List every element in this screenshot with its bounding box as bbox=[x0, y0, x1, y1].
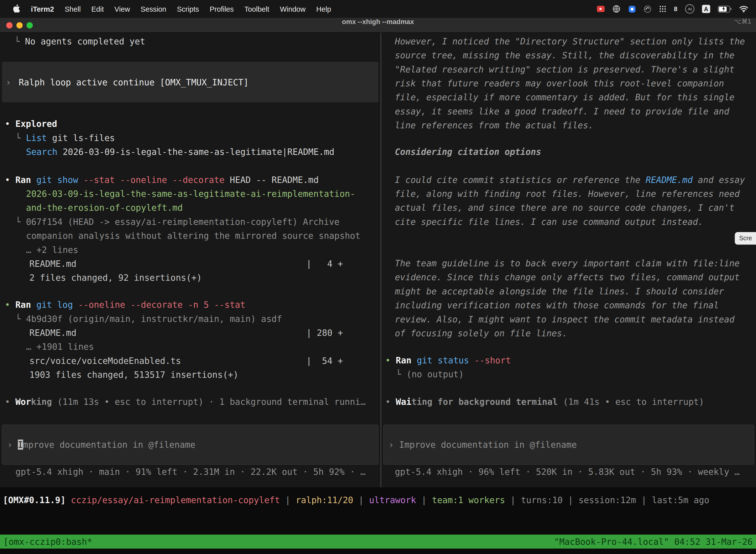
prompt-input[interactable]: ›Improve documentation in @filename bbox=[2, 425, 378, 465]
ran-git-show-section: •Rangit show--stat --oneline --decorateH… bbox=[0, 173, 380, 285]
tmux-status-bar[interactable]: [omx-cczip0:bash*"MacBook-Pro-44.local" … bbox=[0, 535, 756, 549]
model-status-line: gpt-5.4 xhigh · 96% left · 520K in · 5.8… bbox=[395, 465, 740, 479]
working-status: •Working(11m 13s • esc to interrupt)· 1 … bbox=[0, 395, 380, 408]
keyboard-layout-icon[interactable]: 8 bbox=[674, 5, 677, 12]
waiting-label-dim: ting for background terminal bbox=[412, 397, 558, 407]
bullet-glyph: • bbox=[5, 117, 10, 130]
wifi-icon[interactable] bbox=[739, 5, 748, 12]
battery-icon[interactable] bbox=[718, 5, 731, 12]
input-source-icon[interactable]: A bbox=[702, 5, 710, 13]
ran-git-log-section: •Rangit log--oneline --decorate -n 5 --s… bbox=[0, 297, 380, 382]
apple-menu[interactable] bbox=[8, 4, 25, 14]
text-cursor: I bbox=[18, 440, 23, 450]
ran-label: Ran bbox=[15, 297, 31, 312]
menu-item-session[interactable]: Session bbox=[135, 5, 172, 13]
tree-corner-glyph: └ bbox=[396, 367, 401, 381]
turns-counter: turns:10 bbox=[521, 493, 563, 507]
diffstat-line: src/voice/voiceModeEnabled.ts | 54 + bbox=[0, 354, 380, 368]
title-bar: omx --xhigh --madmax ⌥⌘1 bbox=[0, 18, 756, 33]
menu-item-window[interactable]: Window bbox=[274, 5, 311, 13]
thinking-paragraph: However, I noticed the "Directory Struct… bbox=[395, 34, 749, 132]
terminal-line: └No agents completed yet bbox=[0, 34, 380, 48]
thinking-text: I could cite commit statistics or refere… bbox=[395, 175, 646, 185]
apple-icon bbox=[13, 4, 20, 12]
right-terminal-pane[interactable]: However, I noticed the "Directory Struct… bbox=[381, 33, 756, 487]
menu-item-profiles[interactable]: Profiles bbox=[204, 5, 239, 13]
more-lines-note: … +2 lines bbox=[0, 243, 380, 257]
command-name: git status bbox=[417, 353, 469, 367]
pane-divider[interactable] bbox=[380, 33, 381, 487]
tree-corner-glyph: └ bbox=[14, 34, 19, 48]
terminal-line: └067f154 (HEAD -> essay/ai-reimplementat… bbox=[0, 215, 380, 229]
screen-edge-tooltip[interactable]: Scre bbox=[735, 232, 756, 245]
terminal-line: •Explored bbox=[0, 117, 380, 130]
dark-app-icon[interactable] bbox=[644, 5, 651, 13]
working-detail: (11m 13s • esc to interrupt) bbox=[57, 395, 204, 408]
omx-version: [OMX#0.11.9] bbox=[3, 493, 66, 507]
ralph-counter: ralph:11/20 bbox=[296, 493, 353, 507]
explored-section: •Explored └Listgit ls-files Search2026-0… bbox=[0, 117, 380, 159]
agents-note: └No agents completed yet bbox=[0, 34, 380, 48]
ran-git-status-section: •Rangit status--short └(no output) bbox=[381, 353, 756, 381]
bullet-glyph: • bbox=[385, 395, 390, 408]
left-terminal-pane[interactable]: └No agents completed yet › Ralph loop ac… bbox=[0, 33, 380, 487]
input-source-letter: A bbox=[704, 5, 708, 12]
command-name: git log bbox=[36, 297, 73, 312]
tool-args: 2026-03-09-is-legal-the-same-as-legitima… bbox=[63, 145, 334, 159]
terminal-line: •Rangit log--oneline --decorate -n 5 --s… bbox=[0, 297, 380, 312]
menu-item-help[interactable]: Help bbox=[311, 5, 336, 13]
bullet-glyph: • bbox=[385, 353, 390, 367]
thinking-heading: Considering citation options bbox=[395, 145, 749, 159]
waiting-label-bright: Wai bbox=[396, 397, 412, 407]
tree-corner-glyph: └ bbox=[15, 131, 20, 145]
tmux-session-name: [omx-cczip0:bash* bbox=[3, 535, 92, 549]
grid-icon[interactable] bbox=[659, 5, 666, 12]
menu-item-toolbelt[interactable]: Toolbelt bbox=[239, 5, 274, 13]
prompt-glyph: › bbox=[7, 440, 12, 450]
screen-recording-icon[interactable] bbox=[597, 6, 605, 12]
terminal-line: Search2026-03-09-is-legal-the-same-as-le… bbox=[0, 145, 380, 159]
ralph-loop-banner: › Ralph loop active continue [OMX_TMUX_I… bbox=[2, 62, 378, 102]
bottom-status-area: [OMX#0.11.9]cczip/essay/ai-reimplementat… bbox=[0, 487, 756, 554]
menu-item-iterm2[interactable]: iTerm2 bbox=[25, 5, 59, 13]
prompt-input[interactable]: ›Improve documentation in @filename bbox=[383, 425, 754, 465]
working-label: Working bbox=[15, 395, 52, 408]
omx-branch: cczip/essay/ai-reimplementation-copyleft bbox=[71, 493, 280, 507]
commit-line: 4b9d30f (origin/main, instructkr/main, m… bbox=[26, 312, 282, 326]
waiting-status: •Waiting for background terminal(1m 41s … bbox=[381, 395, 756, 408]
gauge-icon[interactable]: .61 bbox=[685, 4, 694, 13]
separator: | bbox=[359, 493, 364, 507]
ran-label: Ran bbox=[15, 173, 31, 187]
menu-item-view[interactable]: View bbox=[109, 5, 135, 13]
command-name: git show bbox=[36, 173, 78, 187]
ralph-banner-text: Ralph loop active continue [OMX_TMUX_INJ… bbox=[19, 77, 249, 87]
menu-status-area: 8 .61 A bbox=[597, 4, 756, 13]
input-text: Improve documentation in @filename bbox=[399, 440, 577, 450]
tool-args: git ls-files bbox=[52, 131, 115, 145]
session-duration: session:12m bbox=[579, 493, 636, 507]
working-label-dim: king bbox=[31, 397, 52, 407]
screen: iTerm2 Shell Edit View Session Scripts P… bbox=[0, 0, 756, 554]
globe-icon[interactable] bbox=[612, 5, 620, 13]
prompt-glyph: › bbox=[6, 77, 11, 87]
last-activity: last:5m ago bbox=[652, 493, 709, 507]
model-status-line: gpt-5.4 xhigh · main · 91% left · 2.31M … bbox=[15, 465, 365, 479]
input-text: Improve documentation in @filename bbox=[18, 440, 195, 450]
command-output: (no output) bbox=[406, 367, 464, 381]
menu-item-scripts[interactable]: Scripts bbox=[172, 5, 204, 13]
waiting-label: Waiting for background terminal bbox=[396, 395, 558, 408]
menu-item-shell[interactable]: Shell bbox=[59, 5, 86, 13]
blue-app-icon[interactable] bbox=[628, 5, 636, 13]
prompt-glyph: › bbox=[389, 440, 394, 450]
terminal-line: •Rangit status--short bbox=[381, 353, 756, 367]
command-flags: --stat --oneline --decorate bbox=[83, 173, 225, 187]
agents-note-text: No agents completed yet bbox=[25, 34, 145, 48]
separator: | bbox=[568, 493, 573, 507]
readme-link[interactable]: README.md bbox=[646, 175, 693, 185]
window-title: omx --xhigh --madmax bbox=[0, 18, 756, 25]
terminal-line: •Waiting for background terminal(1m 41s … bbox=[381, 395, 756, 408]
commit-line: companion analysis without altering the … bbox=[0, 229, 380, 242]
menu-bar: iTerm2 Shell Edit View Session Scripts P… bbox=[0, 0, 756, 18]
menu-item-edit[interactable]: Edit bbox=[86, 5, 109, 13]
terminal-line: └4b9d30f (origin/main, instructkr/main, … bbox=[0, 312, 380, 326]
